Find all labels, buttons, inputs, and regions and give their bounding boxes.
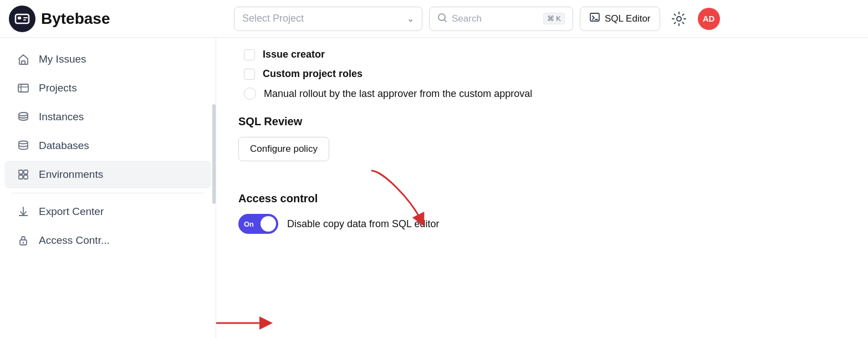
svg-rect-1 <box>18 17 21 19</box>
logo-area: Bytebase <box>9 6 225 32</box>
manual-rollout-radio[interactable] <box>244 88 256 100</box>
access-control-section: Access control On Disable copy data from… <box>238 192 846 234</box>
sidebar-label-my-issues: My Issues <box>39 53 86 65</box>
svg-line-5 <box>445 19 447 22</box>
projects-icon <box>16 82 31 94</box>
sql-editor-label: SQL Editor <box>605 13 651 24</box>
sidebar-label-instances: Instances <box>39 111 84 123</box>
sidebar-divider <box>11 193 205 193</box>
export-center-icon <box>16 206 31 218</box>
databases-icon <box>16 140 31 152</box>
configure-policy-button[interactable]: Configure policy <box>238 137 329 161</box>
sql-review-title: SQL Review <box>238 115 846 128</box>
sidebar-item-my-issues[interactable]: My Issues <box>4 45 211 73</box>
svg-rect-9 <box>22 61 25 64</box>
manual-rollout-row: Manual rollout by the last approver from… <box>238 88 846 100</box>
svg-point-20 <box>23 242 24 244</box>
svg-rect-16 <box>24 170 28 174</box>
svg-rect-0 <box>16 14 29 23</box>
avatar[interactable]: AD <box>698 8 720 30</box>
sidebar: My Issues Projects Instances <box>0 38 216 338</box>
sidebar-item-environments[interactable]: Environments <box>4 161 211 188</box>
svg-rect-10 <box>18 84 28 92</box>
manual-rollout-label: Manual rollout by the last approver from… <box>264 88 532 100</box>
sidebar-item-export-center[interactable]: Export Center <box>4 198 211 226</box>
access-control-title: Access control <box>238 192 846 205</box>
arrow2 <box>216 306 277 338</box>
issue-creator-row: Issue creator <box>238 49 846 60</box>
toggle-knob <box>261 216 276 232</box>
svg-rect-18 <box>24 175 28 179</box>
issue-creator-checkbox[interactable] <box>244 49 255 60</box>
custom-project-roles-row: Custom project roles <box>238 68 846 80</box>
select-project-label: Select Project <box>242 13 304 24</box>
sql-editor-button[interactable]: SQL Editor <box>580 7 660 31</box>
sidebar-label-projects: Projects <box>39 82 77 94</box>
sidebar-item-access-control[interactable]: Access Contr... <box>4 227 211 254</box>
search-shortcut: ⌘ K <box>543 13 565 24</box>
search-placeholder-text: Search <box>452 13 482 24</box>
chevron-down-icon: ⌄ <box>407 13 414 24</box>
sidebar-item-instances[interactable]: Instances <box>4 103 211 131</box>
svg-rect-15 <box>19 170 23 174</box>
svg-point-14 <box>19 141 28 144</box>
sidebar-label-environments: Environments <box>39 168 103 181</box>
sql-review-section: SQL Review Configure policy <box>238 115 846 177</box>
custom-project-roles-checkbox[interactable] <box>244 69 255 80</box>
toggle-on-label: On <box>244 220 254 228</box>
svg-rect-17 <box>19 175 23 179</box>
app-title: Bytebase <box>41 10 110 28</box>
svg-point-13 <box>19 112 28 116</box>
header-controls: Select Project ⌄ Search ⌘ K <box>234 7 859 31</box>
instances-icon <box>16 111 31 123</box>
sidebar-scrollbar[interactable] <box>212 104 216 204</box>
header: Bytebase Select Project ⌄ Search ⌘ K <box>0 0 868 38</box>
select-project-button[interactable]: Select Project ⌄ <box>234 7 422 31</box>
access-control-icon <box>16 234 31 247</box>
settings-icon[interactable] <box>667 7 691 31</box>
svg-rect-2 <box>23 17 28 18</box>
svg-point-8 <box>677 17 681 21</box>
sidebar-label-databases: Databases <box>39 140 89 152</box>
main-content: Issue creator Custom project roles Manua… <box>216 38 868 338</box>
environments-icon <box>16 168 31 181</box>
checkbox-section: Issue creator Custom project roles Manua… <box>238 49 846 100</box>
search-icon <box>437 13 447 25</box>
home-icon <box>16 53 31 65</box>
search-bar[interactable]: Search ⌘ K <box>429 7 573 31</box>
sidebar-label-access-control: Access Contr... <box>39 234 110 247</box>
body: My Issues Projects Instances <box>0 38 868 338</box>
logo-icon <box>9 6 35 32</box>
toggle-description: Disable copy data from SQL editor <box>287 218 439 230</box>
custom-project-roles-label: Custom project roles <box>263 68 362 80</box>
toggle-row: On Disable copy data from SQL editor <box>238 214 846 234</box>
svg-rect-3 <box>23 19 26 21</box>
sidebar-item-databases[interactable]: Databases <box>4 132 211 160</box>
issue-creator-label: Issue creator <box>263 49 325 60</box>
svg-rect-6 <box>590 13 599 21</box>
disable-copy-toggle[interactable]: On <box>238 214 278 234</box>
sidebar-label-export-center: Export Center <box>39 206 104 218</box>
sidebar-item-projects[interactable]: Projects <box>4 74 211 102</box>
sql-editor-icon <box>589 12 600 25</box>
